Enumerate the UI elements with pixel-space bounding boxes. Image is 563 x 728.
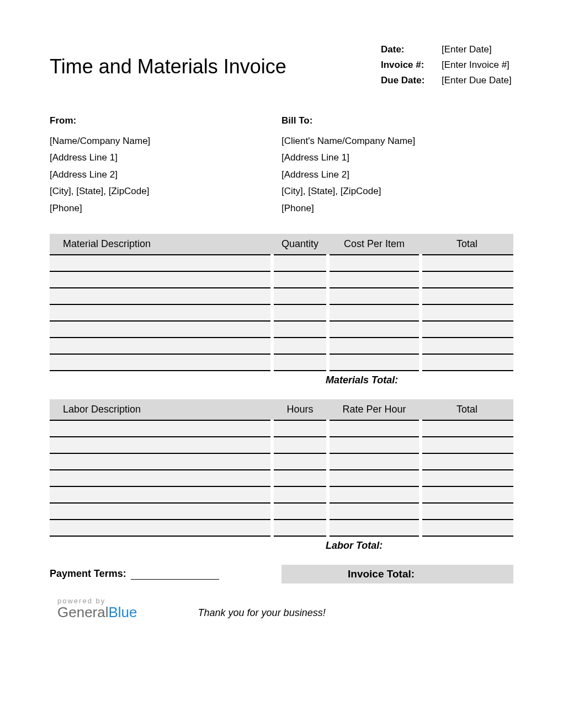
materials-cell[interactable] <box>272 304 328 321</box>
labor-col-rate: Rate Per Hour <box>328 399 421 420</box>
due-date-label: Due Date: <box>381 75 442 86</box>
materials-cell[interactable] <box>272 255 328 271</box>
materials-cell[interactable] <box>421 338 513 354</box>
payment-terms-label: Payment Terms: <box>50 568 126 580</box>
labor-cell[interactable] <box>328 486 421 503</box>
labor-cell[interactable] <box>421 453 513 470</box>
labor-col-description: Labor Description <box>50 399 272 420</box>
labor-cell[interactable] <box>272 470 328 486</box>
labor-row <box>50 503 513 520</box>
from-address-1[interactable]: [Address Line 1] <box>50 149 282 167</box>
brand-general: General <box>57 604 109 620</box>
materials-cell[interactable] <box>272 321 328 338</box>
labor-cell[interactable] <box>421 437 513 453</box>
labor-table: Labor Description Hours Rate Per Hour To… <box>50 399 513 537</box>
invoice-meta: Date: [Enter Date] Invoice #: [Enter Inv… <box>381 44 513 90</box>
invoice-page: Time and Materials Invoice Date: [Enter … <box>0 0 563 654</box>
materials-body <box>50 255 513 371</box>
date-field[interactable]: [Enter Date] <box>442 44 513 55</box>
materials-total-label: Materials Total: <box>50 374 513 386</box>
labor-cell[interactable] <box>272 520 328 536</box>
labor-cell[interactable] <box>328 453 421 470</box>
invoice-number-field[interactable]: [Enter Invoice #] <box>442 60 513 71</box>
labor-cell[interactable] <box>50 437 272 453</box>
labor-cell[interactable] <box>328 503 421 520</box>
powered-by-row: powered by GeneralBlue Thank you for you… <box>50 597 513 621</box>
materials-cell[interactable] <box>50 321 272 338</box>
from-address-2[interactable]: [Address Line 2] <box>50 167 282 184</box>
labor-row <box>50 520 513 536</box>
from-city-state-zip[interactable]: [City], [State], [ZipCode] <box>50 183 282 200</box>
labor-row <box>50 470 513 486</box>
materials-row <box>50 271 513 288</box>
thank-you-text: Thank you for your business! <box>198 607 326 619</box>
materials-cell[interactable] <box>50 288 272 304</box>
labor-cell[interactable] <box>421 470 513 486</box>
materials-cell[interactable] <box>272 354 328 371</box>
materials-cell[interactable] <box>50 304 272 321</box>
labor-cell[interactable] <box>328 520 421 536</box>
labor-cell[interactable] <box>50 486 272 503</box>
materials-row <box>50 338 513 354</box>
materials-cell[interactable] <box>421 321 513 338</box>
labor-col-total: Total <box>421 399 513 420</box>
labor-cell[interactable] <box>272 453 328 470</box>
materials-col-quantity: Quantity <box>272 234 328 255</box>
labor-cell[interactable] <box>421 503 513 520</box>
materials-cell[interactable] <box>328 288 421 304</box>
materials-cell[interactable] <box>328 255 421 271</box>
materials-cell[interactable] <box>50 271 272 288</box>
labor-cell[interactable] <box>50 453 272 470</box>
invoice-number-label: Invoice #: <box>381 60 442 71</box>
materials-cell[interactable] <box>328 271 421 288</box>
brand-name: GeneralBlue <box>57 604 137 621</box>
materials-row <box>50 288 513 304</box>
materials-cell[interactable] <box>421 255 513 271</box>
labor-cell[interactable] <box>50 420 272 437</box>
materials-col-cost: Cost Per Item <box>328 234 421 255</box>
labor-cell[interactable] <box>328 420 421 437</box>
materials-col-description: Material Description <box>50 234 272 255</box>
page-title: Time and Materials Invoice <box>50 55 286 78</box>
labor-cell[interactable] <box>421 486 513 503</box>
materials-cell[interactable] <box>328 304 421 321</box>
materials-cell[interactable] <box>50 354 272 371</box>
labor-cell[interactable] <box>272 503 328 520</box>
labor-cell[interactable] <box>328 470 421 486</box>
from-name[interactable]: [Name/Company Name] <box>50 133 282 150</box>
from-phone[interactable]: [Phone] <box>50 200 282 217</box>
labor-cell[interactable] <box>50 520 272 536</box>
footer-row: Payment Terms: Invoice Total: <box>50 565 513 584</box>
labor-cell[interactable] <box>50 503 272 520</box>
due-date-field[interactable]: [Enter Due Date] <box>442 75 513 86</box>
bill-to-city-state-zip[interactable]: [City], [State], [ZipCode] <box>282 183 513 200</box>
labor-cell[interactable] <box>328 437 421 453</box>
labor-row <box>50 437 513 453</box>
materials-cell[interactable] <box>50 255 272 271</box>
materials-cell[interactable] <box>50 338 272 354</box>
labor-cell[interactable] <box>272 486 328 503</box>
materials-cell[interactable] <box>328 338 421 354</box>
materials-cell[interactable] <box>272 271 328 288</box>
materials-table: Material Description Quantity Cost Per I… <box>50 234 513 371</box>
materials-cell[interactable] <box>421 354 513 371</box>
bill-to-phone[interactable]: [Phone] <box>282 200 513 217</box>
materials-row <box>50 255 513 271</box>
labor-cell[interactable] <box>421 420 513 437</box>
labor-cell[interactable] <box>50 470 272 486</box>
materials-cell[interactable] <box>328 354 421 371</box>
bill-to-address-1[interactable]: [Address Line 1] <box>282 149 513 167</box>
materials-cell[interactable] <box>421 271 513 288</box>
payment-terms-field[interactable] <box>131 570 219 580</box>
materials-cell[interactable] <box>421 304 513 321</box>
materials-cell[interactable] <box>272 338 328 354</box>
materials-cell[interactable] <box>272 288 328 304</box>
bill-to-address-2[interactable]: [Address Line 2] <box>282 167 513 184</box>
labor-cell[interactable] <box>421 520 513 536</box>
labor-cell[interactable] <box>272 437 328 453</box>
materials-cell[interactable] <box>421 288 513 304</box>
labor-cell[interactable] <box>272 420 328 437</box>
labor-body <box>50 420 513 536</box>
bill-to-name[interactable]: [Client's Name/Company Name] <box>282 133 513 150</box>
materials-cell[interactable] <box>328 321 421 338</box>
